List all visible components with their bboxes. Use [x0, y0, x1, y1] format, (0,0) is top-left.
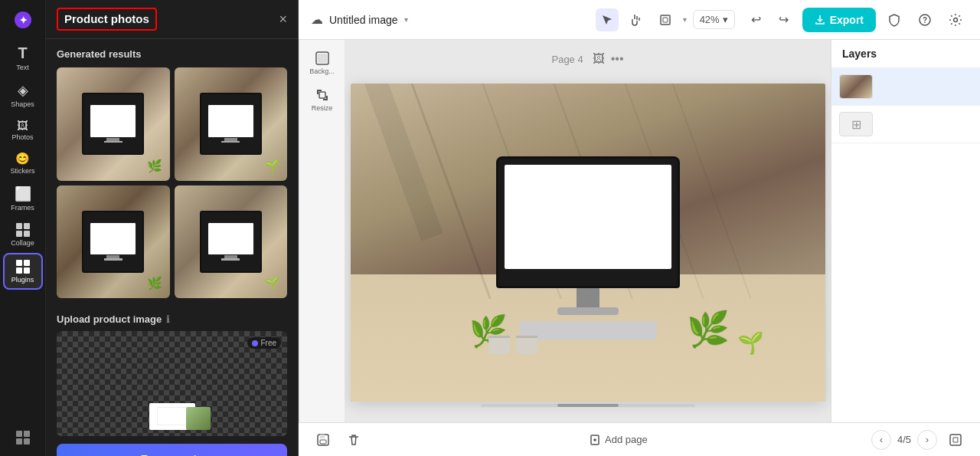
page-more-icon[interactable]: ••• — [611, 52, 624, 66]
layer-item-1[interactable] — [831, 68, 980, 106]
cursor-icon — [601, 14, 613, 26]
panel-close-button[interactable]: × — [279, 12, 287, 26]
scrollbar-horizontal[interactable] — [481, 404, 695, 407]
svg-rect-14 — [661, 15, 670, 25]
sidebar-item-photos[interactable]: 🖼 Photos — [3, 114, 43, 146]
svg-rect-26 — [950, 435, 961, 445]
sidebar-item-label: Collage — [11, 239, 34, 247]
background-tool-button[interactable]: Backg... — [304, 46, 341, 80]
undo-redo: ↩ ↪ — [744, 8, 796, 32]
page-label: Page 4 🖼 ••• — [551, 52, 623, 66]
svg-rect-4 — [16, 231, 22, 237]
sidebar-item-text[interactable]: T Text — [3, 40, 43, 76]
help-button[interactable]: ? — [913, 8, 937, 32]
generated-image-1[interactable]: 🌿 — [57, 67, 170, 181]
sidebar-item-plugins[interactable]: Plugins — [3, 253, 43, 290]
svg-rect-13 — [24, 438, 30, 445]
svg-rect-15 — [663, 18, 668, 22]
undo-icon: ↩ — [751, 12, 761, 27]
save-icon-button[interactable] — [311, 428, 335, 452]
layer-icon: ⊞ — [851, 117, 861, 132]
sidebar-item-label: Shapes — [11, 100, 34, 108]
scrollbar-thumb — [557, 404, 619, 407]
bottom-right: ‹ 4/5 › — [871, 428, 968, 452]
toolbar-tools: ▾ 42% ▾ — [596, 8, 735, 31]
zoom-control[interactable]: 42% ▾ — [693, 10, 735, 29]
layer-thumb-2: ⊞ — [839, 112, 873, 136]
background-label: Backg... — [309, 67, 335, 75]
svg-rect-9 — [24, 267, 30, 274]
page-image-icon[interactable]: 🖼 — [593, 52, 605, 66]
sidebar-item-shapes[interactable]: ◈ Shapes — [3, 77, 43, 113]
upload-preview[interactable]: Free — [57, 331, 287, 436]
panel-title: Product photos — [64, 12, 149, 25]
svg-rect-24 — [320, 440, 326, 444]
redo-button[interactable]: ↪ — [772, 8, 796, 32]
regenerate-button[interactable]: Regenerate — [57, 444, 287, 456]
bottom-bar: Add page ‹ 4/5 › — [299, 422, 980, 456]
sidebar-item-label: Text — [16, 64, 29, 71]
page-navigation: ‹ 4/5 › — [871, 430, 937, 450]
settings-button[interactable] — [943, 8, 968, 32]
monitor-body — [496, 156, 680, 288]
right-tools-panel: Backg... Resize — [299, 40, 345, 422]
sidebar-item-label: Photos — [11, 133, 33, 141]
save-icon — [316, 433, 330, 447]
fit-screen-button[interactable] — [943, 428, 968, 452]
svg-rect-20 — [318, 54, 327, 63]
upload-label-row: Upload product image ℹ — [57, 313, 287, 325]
hand-tool-button[interactable] — [625, 8, 648, 31]
svg-rect-23 — [320, 435, 325, 438]
sidebar-item-bottom[interactable] — [3, 425, 43, 450]
sidebar-item-collage[interactable]: Collage — [3, 218, 43, 251]
canvas-image[interactable]: 🌿 🌿 🌱 — [351, 84, 825, 402]
frame-dropdown-arrow[interactable]: ▾ — [683, 15, 687, 24]
monitor-screen — [505, 165, 671, 269]
page-counter: 4/5 — [897, 434, 911, 445]
export-button[interactable]: Export — [802, 8, 876, 32]
add-page-button[interactable]: Add page — [583, 431, 654, 449]
sidebar-item-frames[interactable]: ⬜ Frames — [3, 181, 43, 216]
monitor-large — [496, 156, 680, 340]
zoom-dropdown-icon: ▾ — [723, 14, 728, 25]
total-pages: 5 — [906, 434, 911, 445]
frame-icon — [659, 14, 671, 26]
canvas-viewport[interactable]: Page 4 🖼 ••• — [345, 40, 831, 422]
generated-image-2[interactable]: 🌱 — [175, 67, 288, 181]
generated-image-4[interactable]: 🌱 — [175, 185, 288, 299]
canva-logo[interactable]: ✦ — [3, 6, 43, 34]
shield-button[interactable] — [882, 8, 906, 32]
add-page-label: Add page — [605, 434, 648, 445]
shapes-icon: ◈ — [18, 82, 28, 99]
redo-icon: ↪ — [779, 12, 789, 27]
hand-icon — [630, 14, 642, 26]
shield-icon — [887, 13, 901, 27]
sidebar-item-stickers[interactable]: 😊 Stickers — [3, 147, 43, 179]
frame-tool-button[interactable] — [654, 8, 677, 31]
info-icon[interactable]: ℹ — [166, 313, 170, 325]
delete-icon-button[interactable] — [341, 428, 366, 452]
sidebar-item-label: Plugins — [11, 276, 34, 284]
svg-rect-10 — [16, 431, 22, 437]
select-tool-button[interactable] — [596, 8, 619, 31]
product-scene: 🌿 🌿 🌱 — [351, 84, 825, 402]
add-page-icon — [590, 434, 602, 446]
prev-page-button[interactable]: ‹ — [871, 430, 891, 450]
upload-preview-item-2 — [186, 407, 211, 430]
layer-item-2[interactable]: ⊞ — [831, 106, 980, 143]
svg-rect-2 — [16, 223, 22, 229]
svg-rect-7 — [24, 260, 30, 266]
page-number-label: Page 4 — [551, 54, 583, 65]
svg-rect-5 — [24, 231, 30, 237]
text-icon: T — [18, 44, 27, 62]
doc-title: Untitled image — [329, 14, 398, 26]
title-dropdown-arrow[interactable]: ▾ — [404, 15, 408, 24]
undo-button[interactable]: ↩ — [744, 8, 769, 32]
generated-image-3[interactable]: 🌿 — [57, 185, 170, 299]
next-page-button[interactable]: › — [917, 430, 937, 450]
main-area: ☁ Untitled image ▾ ▾ 42% ▾ — [299, 0, 980, 456]
settings-icon — [949, 13, 962, 27]
bottom-center: Add page — [583, 431, 654, 449]
resize-label: Resize — [312, 104, 333, 112]
resize-tool-button[interactable]: Resize — [304, 83, 341, 116]
